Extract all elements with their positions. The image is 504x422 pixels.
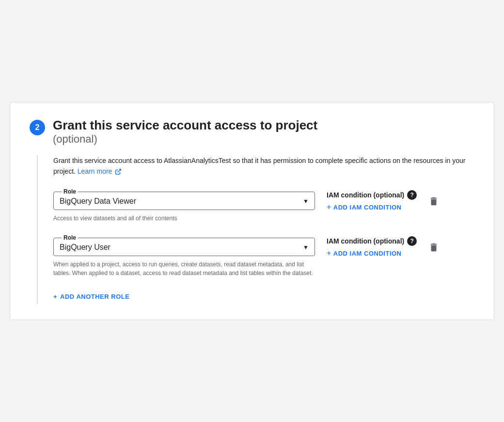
right-section-1: IAM condition (optional) ? + ADD IAM CON… (327, 188, 443, 211)
role-fieldset-2: Role BigQuery User ▼ (53, 234, 315, 256)
add-role-label: ADD ANOTHER ROLE (60, 293, 129, 300)
learn-more-link[interactable]: Learn more (78, 167, 122, 175)
role-dropdown-wrapper-2: Role BigQuery User ▼ When applied to a p… (53, 234, 315, 277)
iam-condition-block-1: IAM condition (optional) ? + ADD IAM CON… (327, 188, 417, 211)
role-dropdown-wrapper-1: Role BigQuery Data Viewer ▼ Access to vi… (53, 188, 315, 223)
content-area: Grant this service account access to Atl… (37, 155, 474, 305)
role-selected-value-2: BigQuery User (60, 243, 110, 252)
main-card: 2 Grant this service account access to p… (10, 102, 494, 321)
dropdown-arrow-1: ▼ (303, 198, 309, 205)
delete-role-button-1[interactable] (425, 192, 443, 211)
dropdown-arrow-2: ▼ (303, 244, 309, 251)
iam-condition-label-row-2: IAM condition (optional) ? (327, 236, 417, 246)
plus-icon-1: + (327, 203, 331, 211)
plus-icon-2: + (327, 249, 331, 258)
add-role-plus-icon: + (53, 293, 57, 300)
role-description-2: When applied to a project, access to run… (53, 260, 315, 277)
external-link-icon (115, 168, 122, 175)
page-title: Grant this service account access to pro… (53, 118, 317, 133)
role-select-row-2[interactable]: BigQuery User ▼ (60, 241, 309, 252)
iam-condition-label-1: IAM condition (optional) (327, 191, 404, 199)
iam-condition-label-row-1: IAM condition (optional) ? (327, 190, 417, 200)
role-fieldset-1: Role BigQuery Data Viewer ▼ (53, 188, 315, 210)
role-row-2: Role BigQuery User ▼ When applied to a p… (53, 234, 474, 277)
role-section-2: Role BigQuery User ▼ When applied to a p… (53, 234, 474, 277)
trash-icon-1 (428, 196, 439, 207)
add-iam-condition-button-1[interactable]: + ADD IAM CONDITION (327, 203, 402, 211)
step-badge: 2 (30, 120, 45, 135)
role-selected-value-1: BigQuery Data Viewer (60, 197, 136, 206)
delete-role-button-2[interactable] (425, 238, 443, 257)
role-label-2: Role (62, 234, 78, 241)
help-icon-2[interactable]: ? (407, 236, 417, 246)
step-title-block: Grant this service account access to pro… (53, 118, 317, 146)
iam-condition-block-2: IAM condition (optional) ? + ADD IAM CON… (327, 234, 417, 258)
description-text: Grant this service account access to Atl… (53, 155, 474, 177)
step-header: 2 Grant this service account access to p… (30, 118, 474, 146)
role-description-1: Access to view datasets and all of their… (53, 214, 315, 223)
role-row-1: Role BigQuery Data Viewer ▼ Access to vi… (53, 188, 474, 223)
optional-label: (optional) (53, 133, 317, 146)
role-label-1: Role (62, 188, 78, 195)
add-iam-condition-button-2[interactable]: + ADD IAM CONDITION (327, 249, 402, 258)
role-select-row-1[interactable]: BigQuery Data Viewer ▼ (60, 195, 309, 206)
right-section-2: IAM condition (optional) ? + ADD IAM CON… (327, 234, 443, 258)
svg-line-0 (118, 169, 121, 172)
role-section-1: Role BigQuery Data Viewer ▼ Access to vi… (53, 188, 474, 223)
add-another-role-button[interactable]: + ADD ANOTHER ROLE (53, 289, 129, 304)
iam-condition-label-2: IAM condition (optional) (327, 237, 404, 245)
help-icon-1[interactable]: ? (407, 190, 417, 200)
add-condition-label-2: ADD IAM CONDITION (333, 250, 402, 257)
add-condition-label-1: ADD IAM CONDITION (333, 204, 402, 211)
trash-icon-2 (428, 242, 439, 253)
